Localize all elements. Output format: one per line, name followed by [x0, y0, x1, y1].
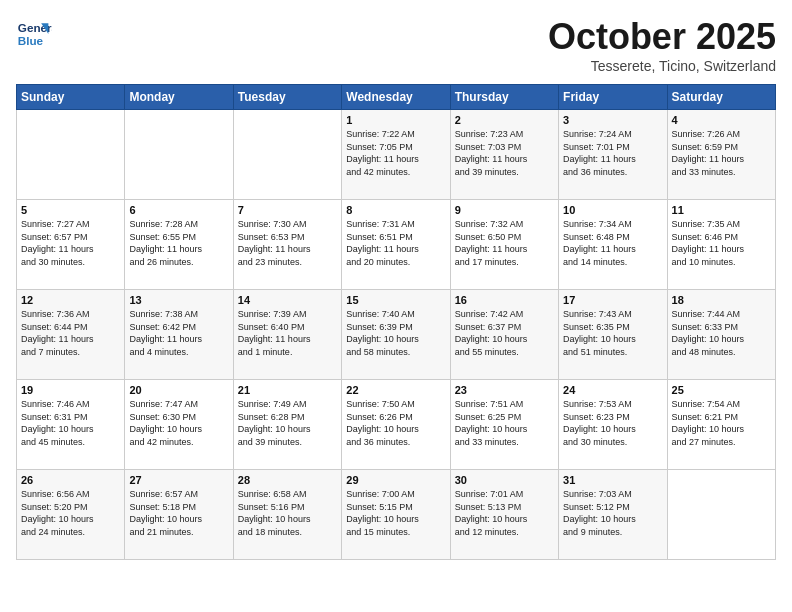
day-number: 12	[21, 294, 120, 306]
calendar-cell: 12Sunrise: 7:36 AM Sunset: 6:44 PM Dayli…	[17, 290, 125, 380]
calendar-cell: 31Sunrise: 7:03 AM Sunset: 5:12 PM Dayli…	[559, 470, 667, 560]
weekday-header-cell: Sunday	[17, 85, 125, 110]
weekday-header-cell: Friday	[559, 85, 667, 110]
calendar-cell: 16Sunrise: 7:42 AM Sunset: 6:37 PM Dayli…	[450, 290, 558, 380]
day-info: Sunrise: 7:03 AM Sunset: 5:12 PM Dayligh…	[563, 488, 662, 538]
day-number: 14	[238, 294, 337, 306]
day-number: 30	[455, 474, 554, 486]
day-info: Sunrise: 7:47 AM Sunset: 6:30 PM Dayligh…	[129, 398, 228, 448]
day-info: Sunrise: 7:46 AM Sunset: 6:31 PM Dayligh…	[21, 398, 120, 448]
day-info: Sunrise: 7:49 AM Sunset: 6:28 PM Dayligh…	[238, 398, 337, 448]
day-number: 18	[672, 294, 771, 306]
calendar-cell: 19Sunrise: 7:46 AM Sunset: 6:31 PM Dayli…	[17, 380, 125, 470]
day-info: Sunrise: 7:26 AM Sunset: 6:59 PM Dayligh…	[672, 128, 771, 178]
day-number: 15	[346, 294, 445, 306]
day-number: 24	[563, 384, 662, 396]
calendar-cell: 24Sunrise: 7:53 AM Sunset: 6:23 PM Dayli…	[559, 380, 667, 470]
day-info: Sunrise: 7:39 AM Sunset: 6:40 PM Dayligh…	[238, 308, 337, 358]
day-number: 8	[346, 204, 445, 216]
calendar-cell	[125, 110, 233, 200]
page-header: General Blue October 2025 Tesserete, Tic…	[16, 16, 776, 74]
day-number: 16	[455, 294, 554, 306]
day-number: 22	[346, 384, 445, 396]
calendar-cell: 20Sunrise: 7:47 AM Sunset: 6:30 PM Dayli…	[125, 380, 233, 470]
calendar-cell: 22Sunrise: 7:50 AM Sunset: 6:26 PM Dayli…	[342, 380, 450, 470]
day-info: Sunrise: 7:40 AM Sunset: 6:39 PM Dayligh…	[346, 308, 445, 358]
calendar-cell: 27Sunrise: 6:57 AM Sunset: 5:18 PM Dayli…	[125, 470, 233, 560]
calendar-week-row: 12Sunrise: 7:36 AM Sunset: 6:44 PM Dayli…	[17, 290, 776, 380]
calendar-cell: 14Sunrise: 7:39 AM Sunset: 6:40 PM Dayli…	[233, 290, 341, 380]
svg-text:Blue: Blue	[18, 34, 44, 47]
day-number: 1	[346, 114, 445, 126]
day-number: 5	[21, 204, 120, 216]
calendar-cell: 7Sunrise: 7:30 AM Sunset: 6:53 PM Daylig…	[233, 200, 341, 290]
calendar-cell: 11Sunrise: 7:35 AM Sunset: 6:46 PM Dayli…	[667, 200, 775, 290]
day-info: Sunrise: 7:30 AM Sunset: 6:53 PM Dayligh…	[238, 218, 337, 268]
day-info: Sunrise: 7:43 AM Sunset: 6:35 PM Dayligh…	[563, 308, 662, 358]
day-info: Sunrise: 7:34 AM Sunset: 6:48 PM Dayligh…	[563, 218, 662, 268]
day-info: Sunrise: 7:32 AM Sunset: 6:50 PM Dayligh…	[455, 218, 554, 268]
day-number: 20	[129, 384, 228, 396]
calendar-cell: 13Sunrise: 7:38 AM Sunset: 6:42 PM Dayli…	[125, 290, 233, 380]
weekday-header-cell: Wednesday	[342, 85, 450, 110]
day-info: Sunrise: 7:53 AM Sunset: 6:23 PM Dayligh…	[563, 398, 662, 448]
calendar-cell	[233, 110, 341, 200]
day-number: 11	[672, 204, 771, 216]
day-info: Sunrise: 7:36 AM Sunset: 6:44 PM Dayligh…	[21, 308, 120, 358]
calendar-cell: 10Sunrise: 7:34 AM Sunset: 6:48 PM Dayli…	[559, 200, 667, 290]
day-number: 6	[129, 204, 228, 216]
day-info: Sunrise: 7:51 AM Sunset: 6:25 PM Dayligh…	[455, 398, 554, 448]
day-info: Sunrise: 7:38 AM Sunset: 6:42 PM Dayligh…	[129, 308, 228, 358]
calendar-cell: 30Sunrise: 7:01 AM Sunset: 5:13 PM Dayli…	[450, 470, 558, 560]
day-info: Sunrise: 7:42 AM Sunset: 6:37 PM Dayligh…	[455, 308, 554, 358]
calendar-cell: 9Sunrise: 7:32 AM Sunset: 6:50 PM Daylig…	[450, 200, 558, 290]
calendar-cell: 15Sunrise: 7:40 AM Sunset: 6:39 PM Dayli…	[342, 290, 450, 380]
day-info: Sunrise: 6:56 AM Sunset: 5:20 PM Dayligh…	[21, 488, 120, 538]
day-number: 29	[346, 474, 445, 486]
calendar-cell	[667, 470, 775, 560]
calendar-cell: 23Sunrise: 7:51 AM Sunset: 6:25 PM Dayli…	[450, 380, 558, 470]
logo-icon: General Blue	[16, 16, 52, 52]
day-number: 31	[563, 474, 662, 486]
calendar-week-row: 5Sunrise: 7:27 AM Sunset: 6:57 PM Daylig…	[17, 200, 776, 290]
weekday-header-cell: Monday	[125, 85, 233, 110]
day-number: 27	[129, 474, 228, 486]
calendar-cell: 29Sunrise: 7:00 AM Sunset: 5:15 PM Dayli…	[342, 470, 450, 560]
day-info: Sunrise: 6:58 AM Sunset: 5:16 PM Dayligh…	[238, 488, 337, 538]
day-info: Sunrise: 7:24 AM Sunset: 7:01 PM Dayligh…	[563, 128, 662, 178]
day-number: 13	[129, 294, 228, 306]
weekday-header-cell: Thursday	[450, 85, 558, 110]
day-number: 23	[455, 384, 554, 396]
day-number: 3	[563, 114, 662, 126]
calendar-cell: 5Sunrise: 7:27 AM Sunset: 6:57 PM Daylig…	[17, 200, 125, 290]
calendar-cell: 21Sunrise: 7:49 AM Sunset: 6:28 PM Dayli…	[233, 380, 341, 470]
day-number: 28	[238, 474, 337, 486]
calendar-week-row: 26Sunrise: 6:56 AM Sunset: 5:20 PM Dayli…	[17, 470, 776, 560]
day-number: 26	[21, 474, 120, 486]
title-block: October 2025 Tesserete, Ticino, Switzerl…	[548, 16, 776, 74]
day-number: 25	[672, 384, 771, 396]
calendar-cell: 25Sunrise: 7:54 AM Sunset: 6:21 PM Dayli…	[667, 380, 775, 470]
calendar-cell: 2Sunrise: 7:23 AM Sunset: 7:03 PM Daylig…	[450, 110, 558, 200]
day-info: Sunrise: 7:31 AM Sunset: 6:51 PM Dayligh…	[346, 218, 445, 268]
day-info: Sunrise: 7:01 AM Sunset: 5:13 PM Dayligh…	[455, 488, 554, 538]
calendar-cell: 6Sunrise: 7:28 AM Sunset: 6:55 PM Daylig…	[125, 200, 233, 290]
day-number: 7	[238, 204, 337, 216]
calendar-body: 1Sunrise: 7:22 AM Sunset: 7:05 PM Daylig…	[17, 110, 776, 560]
location-subtitle: Tesserete, Ticino, Switzerland	[548, 58, 776, 74]
calendar-cell: 3Sunrise: 7:24 AM Sunset: 7:01 PM Daylig…	[559, 110, 667, 200]
day-info: Sunrise: 7:23 AM Sunset: 7:03 PM Dayligh…	[455, 128, 554, 178]
day-info: Sunrise: 7:22 AM Sunset: 7:05 PM Dayligh…	[346, 128, 445, 178]
calendar-cell: 4Sunrise: 7:26 AM Sunset: 6:59 PM Daylig…	[667, 110, 775, 200]
calendar-cell: 8Sunrise: 7:31 AM Sunset: 6:51 PM Daylig…	[342, 200, 450, 290]
calendar-cell: 17Sunrise: 7:43 AM Sunset: 6:35 PM Dayli…	[559, 290, 667, 380]
calendar-week-row: 19Sunrise: 7:46 AM Sunset: 6:31 PM Dayli…	[17, 380, 776, 470]
calendar-cell: 26Sunrise: 6:56 AM Sunset: 5:20 PM Dayli…	[17, 470, 125, 560]
day-number: 2	[455, 114, 554, 126]
day-number: 9	[455, 204, 554, 216]
calendar-cell: 18Sunrise: 7:44 AM Sunset: 6:33 PM Dayli…	[667, 290, 775, 380]
calendar-cell: 1Sunrise: 7:22 AM Sunset: 7:05 PM Daylig…	[342, 110, 450, 200]
weekday-header-cell: Tuesday	[233, 85, 341, 110]
month-title: October 2025	[548, 16, 776, 58]
day-info: Sunrise: 6:57 AM Sunset: 5:18 PM Dayligh…	[129, 488, 228, 538]
